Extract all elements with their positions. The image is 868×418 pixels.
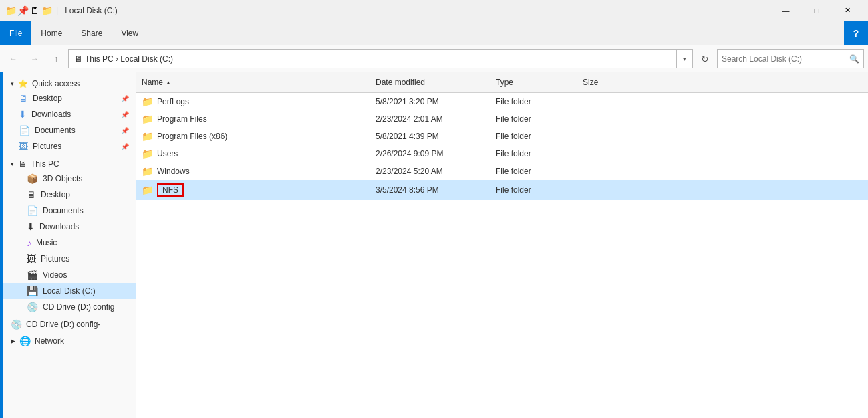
sidebar-item-documents[interactable]: 📄 Documents 📌: [3, 122, 136, 138]
sidebar-item-pictures-label: Pictures: [33, 142, 61, 151]
cd-drive-section-icon: 💿: [11, 319, 22, 330]
col-header-type[interactable]: Type: [490, 75, 577, 90]
tab-share[interactable]: Share: [71, 21, 112, 45]
sidebar-item-3d-objects[interactable]: 📦 3D Objects: [3, 171, 136, 187]
title-bar-left: 📁 📌 🗒 📁 | Local Disk (C:): [5, 5, 118, 16]
address-bar: ← → ↑ 🖥 This PC › Local Disk (C:) ▾ ↻ 🔍: [0, 45, 868, 72]
file-date: 2/26/2024 9:09 PM: [370, 146, 490, 161]
sidebar-item-cd-drive1-label: CD Drive (D:) config: [43, 302, 114, 312]
file-size: [577, 112, 644, 126]
search-input[interactable]: [722, 54, 849, 64]
file-name-cell: 📁 Users: [136, 146, 370, 161]
sidebar-item-music[interactable]: ♪ Music: [3, 235, 136, 251]
sidebar-item-downloads2[interactable]: ⬇ Downloads: [3, 219, 136, 235]
sidebar-item-downloads[interactable]: ⬇ Downloads 📌: [3, 106, 136, 122]
sidebar-network-section[interactable]: ▶ 🌐 Network: [3, 332, 136, 348]
sidebar-item-documents2-label: Documents: [43, 206, 84, 215]
forward-button[interactable]: →: [25, 49, 44, 68]
pictures-icon: 🖼: [19, 141, 28, 152]
file-date: 2/23/2024 5:20 AM: [370, 164, 490, 179]
sidebar-item-pictures2-label: Pictures: [41, 254, 69, 264]
file-row-nfs[interactable]: 📁 NFS 3/5/2024 8:56 PM File folder: [136, 180, 868, 200]
sidebar-section-quick-access[interactable]: ▾ ⭐ Quick access: [3, 75, 136, 90]
file-type: File folder: [490, 112, 577, 126]
music-icon: ♪: [27, 237, 31, 248]
sidebar-item-downloads-label: Downloads: [31, 110, 71, 119]
folder-icon: 📁: [142, 131, 153, 142]
help-button[interactable]: ?: [844, 21, 868, 45]
sidebar-item-local-disk[interactable]: 💾 Local Disk (C:): [3, 283, 136, 299]
address-dropdown[interactable]: ▾: [677, 49, 693, 68]
sidebar-item-downloads2-label: Downloads: [39, 222, 79, 231]
title-bar-controls: — □ ✕: [770, 0, 863, 21]
address-path[interactable]: 🖥 This PC › Local Disk (C:): [68, 49, 677, 68]
menu-bar: File Home Share View ?: [0, 21, 868, 45]
local-disk-icon: 💾: [27, 286, 38, 296]
folder-icon: 📁: [142, 96, 153, 107]
file-date-nfs: 3/5/2024 8:56 PM: [370, 181, 490, 199]
tab-file[interactable]: File: [0, 21, 31, 45]
sort-arrow-icon: ▲: [166, 80, 171, 86]
this-pc-label: This PC: [31, 159, 59, 169]
sidebar-item-videos[interactable]: 🎬 Videos: [3, 267, 136, 283]
desktop2-icon: 🖥: [27, 189, 36, 200]
file-type: File folder: [490, 146, 577, 161]
file-type: File folder: [490, 129, 577, 144]
desktop-icon: 🖥: [19, 93, 28, 104]
file-name-cell-nfs: 📁 NFS: [136, 181, 370, 199]
file-row-perflogs[interactable]: 📁 PerfLogs 5/8/2021 3:20 PM File folder: [136, 93, 868, 110]
maximize-button[interactable]: □: [801, 0, 832, 21]
close-button[interactable]: ✕: [832, 0, 863, 21]
title-doc-icon[interactable]: 🗒: [29, 5, 40, 16]
file-size: [577, 146, 644, 161]
title-bar-icons: 📁 📌 🗒 📁 |: [5, 5, 61, 16]
sidebar-item-desktop[interactable]: 🖥 Desktop 📌: [3, 90, 136, 106]
sidebar-item-pictures[interactable]: 🖼 Pictures 📌: [3, 138, 136, 154]
network-label: Network: [35, 336, 64, 346]
back-button[interactable]: ←: [4, 49, 23, 68]
sidebar-cd-drive-section[interactable]: 💿 CD Drive (D:) config-: [3, 315, 136, 332]
column-headers: Name ▲ Date modified Type Size: [136, 72, 868, 93]
file-row-users[interactable]: 📁 Users 2/26/2024 9:09 PM File folder: [136, 145, 868, 163]
file-size: [577, 94, 644, 109]
title-folder2-icon[interactable]: 📁: [41, 5, 52, 16]
file-name-cell: 📁 Program Files: [136, 112, 370, 126]
col-size-label: Size: [583, 78, 598, 87]
sidebar-section-this-pc[interactable]: ▾ 🖥 This PC: [3, 154, 136, 171]
sidebar-item-cd-drive1[interactable]: 💿 CD Drive (D:) config: [3, 299, 136, 315]
refresh-button[interactable]: ↻: [696, 49, 714, 68]
file-row-windows[interactable]: 📁 Windows 2/23/2024 5:20 AM File folder: [136, 163, 868, 180]
sidebar-item-pictures2[interactable]: 🖼 Pictures: [3, 251, 136, 267]
file-name: Program Files: [157, 114, 207, 124]
search-icon: 🔍: [849, 54, 859, 64]
quick-access-label: Quick access: [32, 79, 80, 88]
minimize-button[interactable]: —: [770, 0, 801, 21]
content-area: Name ▲ Date modified Type Size 📁 PerfLog…: [136, 72, 868, 418]
downloads2-icon: ⬇: [27, 221, 35, 232]
file-row-program-files-x86[interactable]: 📁 Program Files (x86) 5/8/2021 4:39 PM F…: [136, 128, 868, 145]
file-date: 5/8/2021 3:20 PM: [370, 94, 490, 109]
sidebar-item-desktop2-label: Desktop: [41, 190, 70, 199]
file-size-nfs: [577, 181, 644, 199]
sidebar-item-desktop2[interactable]: 🖥 Desktop: [3, 187, 136, 203]
file-name-cell: 📁 PerfLogs: [136, 94, 370, 109]
folder-icon: 📁: [142, 114, 153, 124]
up-button[interactable]: ↑: [47, 49, 65, 68]
documents-icon: 📄: [19, 125, 30, 136]
file-name: Windows: [157, 167, 190, 176]
file-name-cell: 📁 Program Files (x86): [136, 129, 370, 144]
title-folder-icon: 📁: [5, 5, 16, 16]
address-path-text: This PC › Local Disk (C:): [85, 54, 173, 64]
tab-home[interactable]: Home: [31, 21, 71, 45]
tab-view[interactable]: View: [112, 21, 148, 45]
sidebar: ▾ ⭐ Quick access 🖥 Desktop 📌 ⬇ Downloads…: [3, 72, 136, 418]
sidebar-item-documents2[interactable]: 📄 Documents: [3, 203, 136, 219]
search-box: 🔍: [717, 49, 864, 68]
file-row-program-files[interactable]: 📁 Program Files 2/23/2024 2:01 AM File f…: [136, 110, 868, 128]
col-header-size[interactable]: Size: [577, 75, 644, 90]
col-date-label: Date modified: [376, 78, 425, 87]
title-pin-icon[interactable]: 📌: [17, 5, 28, 16]
this-pc-icon: 🖥: [18, 159, 27, 169]
col-header-name[interactable]: Name ▲: [136, 75, 370, 90]
col-header-date[interactable]: Date modified: [370, 75, 490, 90]
